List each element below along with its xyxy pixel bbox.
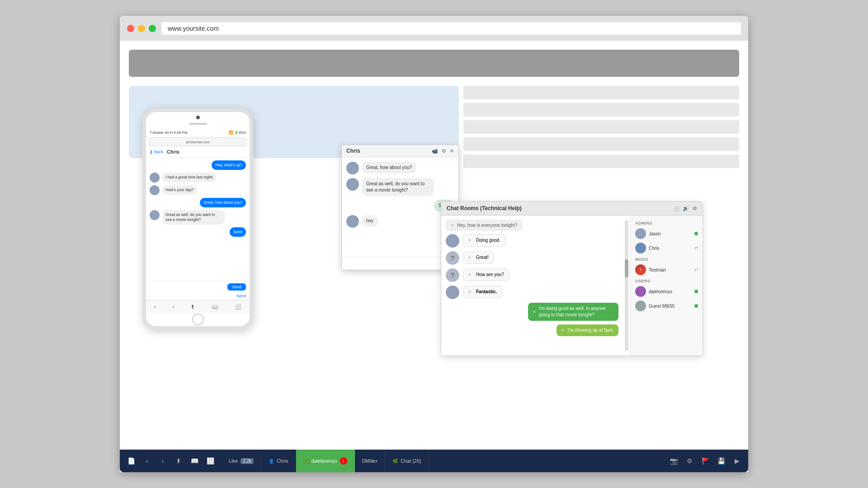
taskbar-tab-chat[interactable]: 🌿 Chat (26) xyxy=(385,450,429,472)
phone-url-bar[interactable]: arrowchat.com xyxy=(149,137,247,146)
phone-message-4: Great, how about you? xyxy=(150,198,246,207)
phone-bubble-sent-6: Sure! xyxy=(230,227,246,237)
chat-popup-title: Chris xyxy=(346,148,360,154)
popup-avatar-2 xyxy=(346,178,359,191)
browser-chrome: www.yoursite.com xyxy=(120,16,748,41)
placeholder-line-4 xyxy=(463,137,739,151)
room-bubble-1-dismiss[interactable]: ✕ xyxy=(468,238,472,244)
taskbar-back-icon[interactable]: ‹ xyxy=(140,454,154,468)
room-bubble-4-dismiss[interactable]: ✕ xyxy=(468,289,472,295)
taskbar-share-icon[interactable]: ⬆ xyxy=(172,454,185,468)
sidebar-avatar-testman: T xyxy=(635,264,646,275)
taskbar-tabs: Like 2.2k 👤 Chris 🌿 dalelorenzo 1 DMille… xyxy=(222,450,667,472)
chat-rooms-title: Chat Rooms (Technical Help) xyxy=(447,205,522,211)
taskbar-tab-dmiller[interactable]: DMiller xyxy=(355,450,385,472)
taskbar-flag-icon[interactable]: 🚩 xyxy=(698,454,712,468)
sidebar-admins-label: ADMINS xyxy=(631,219,703,226)
phone-back-button[interactable]: ❮ Back xyxy=(150,150,163,154)
room-bubble-2-text: Great! xyxy=(476,254,489,261)
chat-rooms-expand-icon[interactable]: ⬜ xyxy=(673,206,679,211)
placeholder-line-5 xyxy=(463,155,739,168)
phone-tabs-icon[interactable]: ⬜ xyxy=(235,304,241,310)
placeholder-line-3 xyxy=(463,120,739,134)
room-bubble-6-dismiss[interactable]: ✕ xyxy=(561,328,565,333)
phone-bubble-received-3: How's your day? xyxy=(162,185,198,195)
browser-window: www.yoursite.com T-Mobile Wi-Fi 6:06 PM … xyxy=(120,16,748,472)
phone-home-button[interactable] xyxy=(192,314,204,325)
taskbar-arrow-icon[interactable]: ▶ xyxy=(730,454,744,468)
room-avatar-3: ? xyxy=(446,268,459,282)
taskbar-tab-like-count: 2.2k xyxy=(241,458,254,464)
taskbar-forward-icon[interactable]: › xyxy=(156,454,170,468)
phone-camera xyxy=(196,116,200,119)
taskbar-bookmark-icon[interactable]: 📖 xyxy=(188,454,201,468)
chat-popup-header: Chris 📹 ⚙ ✕ xyxy=(342,145,458,157)
sidebar-user-chris: Chris z⁴ xyxy=(631,241,703,255)
phone-share-icon[interactable]: ⬆ xyxy=(190,304,195,310)
phone-status-bar: T-Mobile Wi-Fi 6:06 PM 📶 🔋85% xyxy=(146,127,250,137)
taskbar-tab-chris[interactable]: 👤 Chris xyxy=(261,450,296,472)
phone-send-area: Send xyxy=(146,281,250,293)
phone-bubble-received-2: I had a great time last night! xyxy=(162,173,217,182)
chat-close-icon[interactable]: ✕ xyxy=(450,148,454,154)
popup-msg-1: Great, how about you? xyxy=(346,162,454,174)
popup-bubble-4: hey xyxy=(362,215,378,227)
phone-bookmarks-icon[interactable]: 📖 xyxy=(212,304,218,310)
sidebar-status-guest xyxy=(694,304,698,308)
room-bubble-3: ✕ How are you? xyxy=(463,268,509,281)
phone-forward-nav-icon[interactable]: › xyxy=(172,304,174,310)
room-bubble-3-dismiss[interactable]: ✕ xyxy=(468,272,472,278)
phone-avatar-2 xyxy=(150,173,160,183)
room-bubble-2-dismiss[interactable]: ✕ xyxy=(468,255,472,261)
phone-top-bar xyxy=(146,112,250,127)
chat-rooms-scrollbar[interactable] xyxy=(625,220,628,351)
taskbar-tab-dalelorenzo[interactable]: 🌿 dalelorenzo 1 xyxy=(296,450,355,472)
room-avatar-4 xyxy=(446,286,459,299)
phone-avatar-5 xyxy=(150,210,160,220)
placeholder-lines xyxy=(463,86,739,168)
close-button[interactable] xyxy=(127,25,134,32)
system-msg-dismiss[interactable]: ✕ xyxy=(451,223,454,228)
phone-mockup: T-Mobile Wi-Fi 6:06 PM 📶 🔋85% arrowchat.… xyxy=(142,108,253,330)
phone-message-1: Hey, what's up? xyxy=(150,160,246,170)
taskbar-tab-like-label: Like xyxy=(229,458,238,464)
taskbar-tab-like[interactable]: Like 2.2k xyxy=(222,450,261,472)
minimize-button[interactable] xyxy=(138,25,145,32)
maximize-button[interactable] xyxy=(149,25,156,32)
taskbar-save-icon[interactable]: 💾 xyxy=(714,454,728,468)
sidebar-status-jason xyxy=(694,232,698,235)
taskbar-tabs-icon[interactable]: ⬜ xyxy=(203,454,217,468)
room-avatar-1 xyxy=(446,234,459,248)
phone-bubble-sent-4: Great, how about you? xyxy=(200,198,246,207)
taskbar-tab-dmiller-label: DMiller xyxy=(362,458,377,464)
phone-contact-name: Chris xyxy=(167,149,179,155)
phone-speaker xyxy=(189,123,207,125)
chat-rooms-header-icons: ⬜ 🔊 ⚙ xyxy=(673,206,697,211)
taskbar-tab-chat-label: Chat (26) xyxy=(401,458,421,464)
sidebar-user-jason: Jason xyxy=(631,226,703,241)
taskbar-settings-right-icon[interactable]: ⚙ xyxy=(683,454,696,468)
room-msg-system: ✕ Hey, how is everyone tonight? xyxy=(446,220,618,230)
taskbar: 📄 ‹ › ⬆ 📖 ⬜ Like 2.2k 👤 Chris xyxy=(120,450,748,472)
chat-rooms-scrollbar-thumb[interactable] xyxy=(625,259,628,277)
room-bubble-3-text: How are you? xyxy=(476,272,504,278)
chat-video-icon[interactable]: 📹 xyxy=(432,148,438,154)
chat-settings-icon[interactable]: ⚙ xyxy=(442,148,446,154)
room-bubble-1-text: Doing good. xyxy=(476,237,500,244)
room-bubble-5-dismiss[interactable]: ✕ xyxy=(533,309,536,315)
chat-rooms-audio-icon[interactable]: 🔊 xyxy=(683,206,689,211)
phone-back-nav-icon[interactable]: ‹ xyxy=(154,304,156,310)
address-bar[interactable]: www.yoursite.com xyxy=(161,22,741,35)
sidebar-avatar-chris xyxy=(635,243,646,253)
chat-rooms-settings-icon[interactable]: ⚙ xyxy=(693,206,697,211)
chat-rooms-body: ✕ Hey, how is everyone tonight? ✕ Doing … xyxy=(441,216,703,356)
phone-send-button[interactable]: Send xyxy=(227,283,246,291)
sidebar-name-chris: Chris xyxy=(649,246,692,251)
taskbar-document-icon[interactable]: 📄 xyxy=(124,454,138,468)
sidebar-mods-label: MODS xyxy=(631,255,703,263)
taskbar-left-icons: 📄 ‹ › ⬆ 📖 ⬜ xyxy=(124,454,217,468)
taskbar-camera-icon[interactable]: 📷 xyxy=(667,454,680,468)
sidebar-name-guest: Guest 68655 xyxy=(649,304,692,309)
popup-msg-2: Great as well, do you want to see a movi… xyxy=(346,178,454,196)
sidebar-user-testman: T Testman z⁴ xyxy=(631,263,703,277)
